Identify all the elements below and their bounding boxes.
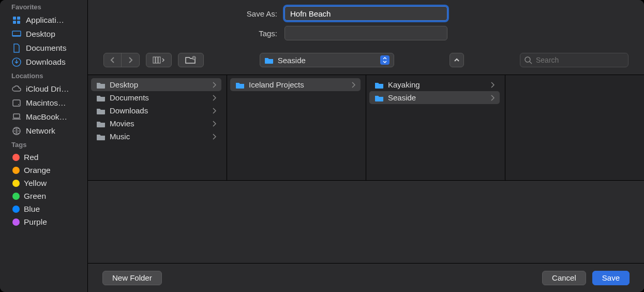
disk-icon — [11, 98, 22, 108]
tag-dot-icon — [12, 167, 20, 174]
svg-rect-7 — [13, 100, 20, 106]
folder-icon — [375, 81, 384, 89]
column-item[interactable]: Music — [91, 130, 221, 143]
column-item[interactable]: Kayaking — [369, 78, 500, 91]
tag-dot-icon — [12, 206, 20, 213]
column-item-label: Desktop — [110, 80, 138, 89]
svg-rect-3 — [17, 21, 20, 24]
sidebar-item[interactable]: Red — [0, 151, 87, 164]
desktop-icon — [11, 29, 22, 39]
tags-input[interactable] — [284, 26, 447, 40]
location-popup[interactable]: Seaside — [260, 53, 394, 67]
toolbar: Seaside — [88, 51, 644, 75]
save-dialog: Favorites Applicati…DesktopDocumentsDown… — [0, 0, 644, 292]
nav-buttons — [103, 53, 140, 67]
collapse-button[interactable] — [450, 53, 464, 67]
browser-column: Iceland Projects — [227, 75, 366, 180]
lower-pad — [88, 180, 644, 263]
apps-icon — [11, 15, 22, 25]
folder-icon — [235, 81, 245, 89]
back-button[interactable] — [104, 53, 122, 67]
documents-icon — [11, 43, 22, 53]
folder-icon — [96, 120, 106, 127]
column-item-label: Movies — [110, 119, 134, 128]
sidebar-item-label: Documents — [26, 43, 66, 53]
sidebar-item[interactable]: Network — [0, 124, 87, 138]
save-as-label: Save As: — [122, 9, 277, 18]
forward-button[interactable] — [122, 53, 139, 67]
sidebar-item-label: MacBook… — [26, 112, 67, 122]
sidebar-item-label: Applicati… — [26, 16, 64, 25]
chevron-right-icon — [490, 82, 495, 88]
column-item-label: Kayaking — [388, 80, 420, 89]
new-folder-button[interactable]: New Folder — [102, 271, 162, 285]
sidebar-item[interactable]: Yellow — [0, 177, 87, 189]
svg-rect-1 — [17, 17, 20, 20]
svg-rect-2 — [13, 21, 16, 24]
sidebar-item[interactable]: iCloud Dri… — [0, 82, 87, 96]
column-item-label: Documents — [110, 93, 149, 102]
svg-point-8 — [18, 104, 19, 105]
column-item[interactable]: Desktop — [91, 78, 221, 91]
sidebar-item[interactable]: Purple — [0, 215, 87, 228]
chevron-right-icon — [212, 108, 216, 114]
svg-rect-0 — [13, 17, 16, 20]
sidebar-header-favorites: Favorites — [0, 0, 87, 13]
sidebar-item[interactable]: Blue — [0, 202, 87, 215]
cloud-icon — [11, 84, 22, 94]
sidebar-item[interactable]: Macintos… — [0, 96, 87, 110]
downloads-icon — [11, 57, 22, 67]
sidebar: Favorites Applicati…DesktopDocumentsDown… — [0, 0, 88, 292]
bottom-bar: New Folder Cancel Save — [88, 263, 644, 292]
tag-dot-icon — [12, 193, 20, 200]
globe-icon — [11, 126, 22, 136]
popup-arrows-icon — [380, 55, 390, 65]
search-input[interactable] — [520, 53, 628, 67]
sidebar-item[interactable]: Downloads — [0, 55, 87, 69]
column-item[interactable]: Downloads — [91, 104, 221, 117]
cancel-button[interactable]: Cancel — [542, 271, 586, 285]
folder-icon — [96, 107, 106, 114]
column-item-label: Iceland Projects — [249, 80, 304, 89]
folder-icon — [375, 94, 384, 101]
column-item[interactable]: Iceland Projects — [230, 78, 361, 91]
main-panel: Save As: Tags: — [88, 0, 644, 292]
sidebar-item[interactable]: Applicati… — [0, 13, 87, 27]
column-browser: DesktopDocumentsDownloadsMoviesMusicIcel… — [88, 75, 644, 180]
sidebar-item-label: Downloads — [26, 57, 66, 67]
svg-rect-13 — [158, 57, 160, 63]
svg-rect-11 — [153, 57, 155, 63]
save-as-input[interactable] — [284, 6, 447, 21]
sidebar-item[interactable]: MacBook… — [0, 110, 87, 124]
svg-rect-9 — [13, 114, 20, 118]
svg-point-15 — [525, 57, 530, 62]
column-item[interactable]: Movies — [91, 117, 221, 130]
search-icon — [524, 56, 532, 64]
sidebar-header-tags: Tags — [0, 138, 87, 151]
column-item[interactable]: Documents — [91, 91, 221, 104]
sidebar-item-label: Purple — [24, 217, 47, 227]
laptop-icon — [11, 112, 22, 122]
sidebar-header-locations: Locations — [0, 69, 87, 82]
sidebar-item[interactable]: Documents — [0, 41, 87, 55]
tag-dot-icon — [12, 180, 20, 187]
column-item-label: Seaside — [388, 93, 416, 102]
column-item[interactable]: Seaside — [369, 91, 500, 104]
new-folder-icon-button[interactable] — [178, 53, 204, 67]
browser-column: DesktopDocumentsDownloadsMoviesMusic — [88, 75, 227, 180]
sidebar-item[interactable]: Desktop — [0, 27, 87, 41]
sidebar-item[interactable]: Green — [0, 189, 87, 202]
svg-rect-12 — [156, 57, 158, 63]
sidebar-item[interactable]: Orange — [0, 164, 87, 177]
browser-column — [505, 75, 644, 180]
sidebar-item-label: Network — [26, 126, 55, 136]
sidebar-item-label: iCloud Dri… — [26, 84, 69, 94]
column-item-label: Music — [110, 132, 130, 141]
svg-rect-5 — [12, 35, 21, 36]
folder-icon — [96, 81, 106, 89]
sidebar-item-label: Red — [24, 153, 38, 162]
save-button[interactable]: Save — [592, 271, 630, 285]
sidebar-item-label: Desktop — [26, 30, 55, 39]
view-mode-button[interactable] — [146, 53, 172, 67]
sidebar-item-label: Blue — [24, 205, 40, 214]
